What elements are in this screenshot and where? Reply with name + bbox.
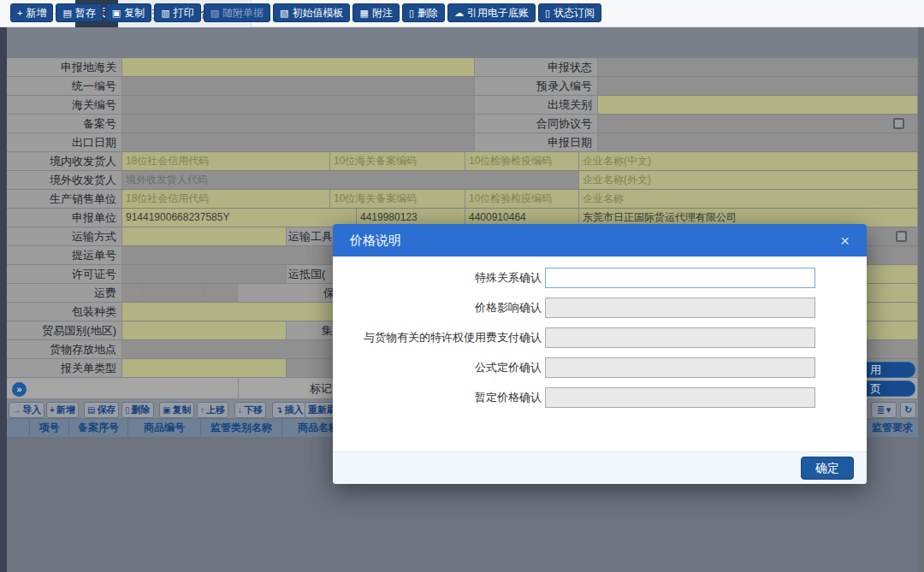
cite-eledger-button[interactable]: ☁引用电子底账 [447, 3, 536, 22]
copy-icon: ▣ [163, 405, 170, 415]
price-impact-label: 价格影响确认 [333, 298, 542, 318]
freight-currency-input[interactable] [206, 284, 238, 303]
declare-customs-input[interactable] [122, 58, 475, 77]
license-no-input[interactable] [122, 265, 287, 284]
production-unit-code-input[interactable]: 18位社会信用代码 [122, 190, 330, 209]
field-label-declaration-type: 报关单类型 [7, 359, 122, 378]
insert-icon: ↴ [275, 405, 282, 415]
price-impact-input[interactable] [545, 298, 815, 318]
button-label: 暂存 [75, 6, 96, 21]
field-label-unified-no: 统一编号 [7, 77, 122, 96]
formula-pricing-input[interactable] [545, 357, 815, 378]
customs-no-input[interactable] [122, 96, 475, 115]
field-label-declare-status: 申报状态 [475, 58, 598, 77]
refresh-icon: ↻ [904, 404, 912, 416]
export-date-input[interactable] [122, 133, 475, 152]
transport-checkbox[interactable] [896, 231, 907, 242]
refresh-button[interactable]: ↻ [900, 402, 916, 418]
col-header-supervision-req[interactable]: 监管要求 [867, 419, 918, 437]
production-unit-name-input[interactable]: 企业名称 [579, 190, 918, 209]
delete-button[interactable]: ▯删除 [402, 3, 445, 22]
overseas-consignor-code-input[interactable]: 境外收发货人代码 [122, 171, 579, 190]
field-label-overseas-consignor: 境外收发货人 [7, 171, 122, 190]
item-delete-button[interactable]: ▯删除 [121, 402, 154, 418]
item-move-up-button[interactable]: ↑上移 [197, 402, 228, 418]
field-label-exit-port: 出境关别 [475, 96, 598, 115]
column-settings-button[interactable]: ≣▾ [871, 402, 897, 418]
unified-no-input[interactable] [122, 77, 475, 96]
domestic-consignor-name-input[interactable]: 企业名称(中文) [579, 152, 918, 171]
field-label-arrival-country: 运抵国( [288, 265, 325, 284]
item-move-down-button[interactable]: ↓下移 [234, 402, 266, 418]
initial-template-button[interactable]: ▧初始值模板 [273, 3, 350, 22]
record-no-input[interactable] [122, 115, 475, 133]
expand-row-divider [238, 379, 239, 398]
freight-rate-input[interactable] [143, 284, 206, 303]
button-label: 附注 [372, 6, 393, 21]
dialog-title: 价格说明 [350, 233, 401, 249]
button-label: 插入 [284, 404, 303, 416]
attached-docs-button[interactable]: ▨随附单据 [204, 3, 270, 22]
special-relation-input[interactable] [545, 268, 815, 288]
provisional-price-label: 暂定价格确认 [333, 387, 542, 408]
save-icon: ▤ [62, 9, 71, 18]
contract-checkbox[interactable] [893, 118, 904, 129]
field-label-production-unit: 生产销售单位 [7, 190, 122, 209]
contract-no-input[interactable] [598, 115, 918, 133]
import-icon: → [12, 405, 21, 415]
note-button[interactable]: ▦附注 [352, 3, 399, 22]
right-scrollbar[interactable] [918, 27, 924, 572]
field-label-export-date: 出口日期 [7, 133, 122, 152]
confirm-button[interactable]: 确定 [801, 457, 854, 480]
left-edge-strip [0, 27, 7, 572]
button-label: 新增 [56, 404, 75, 416]
dialog-close-icon[interactable]: × [840, 233, 850, 249]
button-label: 复制 [124, 6, 145, 21]
button-label: 删除 [132, 404, 151, 416]
item-insert-button[interactable]: ↴插入 [272, 402, 306, 418]
list-icon: ≣ [877, 404, 885, 416]
domestic-consignor-code-input[interactable]: 18位社会信用代码 [122, 152, 330, 171]
button-label: 引用电子底账 [467, 6, 529, 21]
exit-port-input[interactable] [598, 96, 918, 115]
production-unit-record-input[interactable]: 10位海关备案编码 [330, 190, 465, 209]
provisional-price-input[interactable] [545, 387, 815, 408]
production-unit-inspection-input[interactable]: 10位检验检疫编码 [465, 190, 579, 209]
item-import-button[interactable]: →导入 [9, 402, 44, 418]
plus-icon: + [50, 405, 55, 415]
royalty-payment-label: 与货物有关的特许权使用费支付确认 [333, 327, 542, 348]
col-header-commodity-code[interactable]: 商品编号 [127, 419, 200, 437]
temp-save-button[interactable]: ▤暂存 [56, 3, 102, 22]
trash-icon: ▯ [125, 405, 130, 415]
item-save-button[interactable]: ▤保存 [84, 402, 119, 418]
freight-mark-input[interactable] [122, 284, 143, 303]
field-label-bill-no: 提运单号 [7, 246, 122, 265]
royalty-payment-input[interactable] [545, 327, 815, 348]
expand-more-button[interactable]: » [12, 382, 27, 397]
item-new-button[interactable]: +新增 [46, 402, 79, 418]
field-label-package-type: 包装种类 [7, 303, 122, 321]
button-label: 随附单据 [222, 6, 264, 21]
col-header-record-seq[interactable]: 备案序号 [68, 419, 127, 437]
copy-button[interactable]: ▣复制 [105, 3, 151, 22]
pre-entry-no-input[interactable] [598, 77, 918, 96]
phone-icon: ▯ [545, 9, 550, 18]
declare-unit-code-input[interactable]: 91441900668237585Y [122, 209, 357, 227]
price-description-dialog: 价格说明 × 特殊关系确认 价格影响确认 与货物有关的特许权使用费支付确认 公式… [333, 224, 867, 484]
col-header-supervision-type[interactable]: 监管类别名称 [200, 419, 281, 437]
item-copy-button[interactable]: ▣复制 [159, 402, 194, 418]
print-icon: ▥ [161, 9, 169, 18]
declaration-type-input[interactable] [122, 359, 287, 378]
declare-status-input[interactable] [598, 58, 918, 77]
status-subscribe-button[interactable]: ▯状态订阅 [538, 3, 601, 22]
domestic-consignor-record-input[interactable]: 10位海关备案编码 [330, 152, 465, 171]
transport-mode-input[interactable] [122, 227, 287, 246]
new-button[interactable]: +新增 [10, 3, 53, 22]
trade-country-input[interactable] [122, 321, 287, 340]
domestic-consignor-inspection-input[interactable]: 10位检验检疫编码 [465, 152, 579, 171]
overseas-consignor-name-input[interactable]: 企业名称(外文) [579, 171, 918, 190]
print-button[interactable]: ▥打印 [154, 3, 200, 22]
col-header-item-no[interactable]: 项号 [29, 419, 68, 437]
note-icon: ▦ [359, 9, 368, 18]
declare-date-input[interactable] [598, 133, 918, 152]
